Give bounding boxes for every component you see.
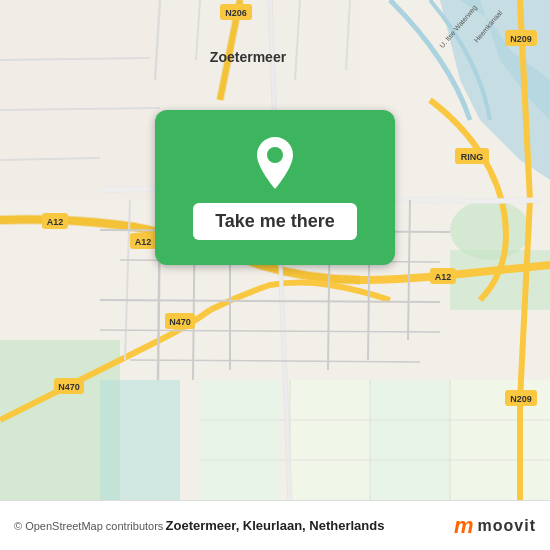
svg-text:N209: N209: [510, 394, 532, 404]
svg-text:N206: N206: [225, 8, 247, 18]
svg-text:Zoetermeer: Zoetermeer: [210, 49, 287, 65]
location-label: Zoetermeer, Kleurlaan, Netherlands: [166, 518, 385, 533]
moovit-wordmark: moovit: [478, 517, 536, 535]
svg-rect-4: [100, 380, 180, 500]
take-me-there-button[interactable]: Take me there: [193, 203, 357, 240]
svg-text:RING: RING: [461, 152, 484, 162]
location-pin-icon: [251, 135, 299, 191]
map-container: N206 A12 A12 A12 N470 N470 RING N209 N20…: [0, 0, 550, 500]
svg-text:N470: N470: [169, 317, 191, 327]
moovit-logo: m moovit: [454, 513, 536, 539]
svg-point-56: [267, 147, 283, 163]
bottom-bar: © OpenStreetMap contributors Zoetermeer,…: [0, 500, 550, 550]
openstreetmap-credit: © OpenStreetMap contributors: [14, 520, 163, 532]
copyright-text: © OpenStreetMap contributors: [14, 520, 163, 532]
svg-text:A12: A12: [435, 272, 452, 282]
svg-text:N209: N209: [510, 34, 532, 44]
svg-rect-6: [290, 380, 370, 500]
svg-rect-2: [450, 250, 550, 310]
svg-rect-7: [370, 380, 450, 500]
svg-rect-5: [200, 380, 280, 500]
location-overlay[interactable]: Take me there: [155, 110, 395, 265]
svg-rect-14: [0, 0, 160, 200]
svg-text:N470: N470: [58, 382, 80, 392]
svg-text:A12: A12: [47, 217, 64, 227]
svg-text:A12: A12: [135, 237, 152, 247]
moovit-m-letter: m: [454, 513, 474, 539]
